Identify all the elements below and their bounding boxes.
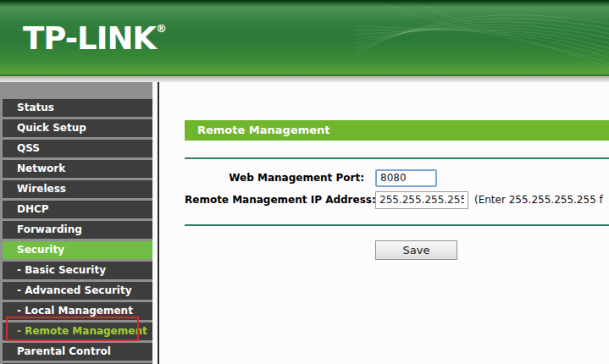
header-banner: TP-LINK® [0, 0, 609, 76]
main-content: Remote Management Web Management Port: R… [159, 82, 609, 364]
registered-trademark: ® [156, 22, 167, 35]
sidebar-item-status[interactable]: Status [3, 99, 152, 117]
sidebar-item-remote-management[interactable]: - Remote Management [3, 323, 152, 340]
web-management-port-row: Web Management Port: [185, 168, 609, 187]
sidebar-item-parental-control[interactable]: Parental Control [3, 343, 152, 361]
horizontal-rule-bottom [185, 224, 609, 226]
sidebar-item-advanced-security[interactable]: - Advanced Security [3, 282, 152, 300]
remote-management-ip-input[interactable] [375, 191, 468, 209]
sidebar-item-forwarding[interactable]: Forwarding [3, 221, 152, 239]
sidebar-item-basic-security[interactable]: - Basic Security [3, 262, 152, 279]
sidebar-item-wireless[interactable]: Wireless [3, 180, 152, 198]
sidebar-menu: Status Quick Setup QSS Network Wireless … [0, 82, 152, 364]
web-management-port-input[interactable] [375, 169, 437, 187]
remote-ip-row: Remote Management IP Address: (Enter 255… [185, 190, 609, 209]
save-row: Save [185, 240, 609, 260]
save-button[interactable]: Save [375, 240, 457, 260]
sidebar-item-quick-setup[interactable]: Quick Setup [3, 119, 152, 137]
sidebar-item-dhcp[interactable]: DHCP [3, 201, 152, 218]
page-title: Remote Management [185, 120, 609, 141]
brand-name: TP-LINK [23, 20, 156, 57]
tp-link-logo: TP-LINK® [23, 20, 167, 57]
sidebar-item-security[interactable]: Security [3, 241, 152, 259]
sidebar-item-qss[interactable]: QSS [3, 140, 152, 157]
ip-hint-text: (Enter 255.255.255.255 f [474, 194, 603, 206]
router-admin-page: TP-LINK® Status Quick Setup QSS Network … [0, 0, 609, 364]
banner-bottom-strip [0, 76, 609, 82]
sidebar-item-network[interactable]: Network [3, 160, 152, 178]
wave-decoration [355, 2, 609, 76]
remote-ip-label: Remote Management IP Address: [185, 194, 364, 206]
sidebar-top-band [3, 82, 152, 99]
sidebar-item-local-management[interactable]: - Local Management [3, 302, 152, 320]
horizontal-rule-top [185, 157, 609, 159]
web-management-port-label: Web Management Port: [185, 172, 364, 184]
